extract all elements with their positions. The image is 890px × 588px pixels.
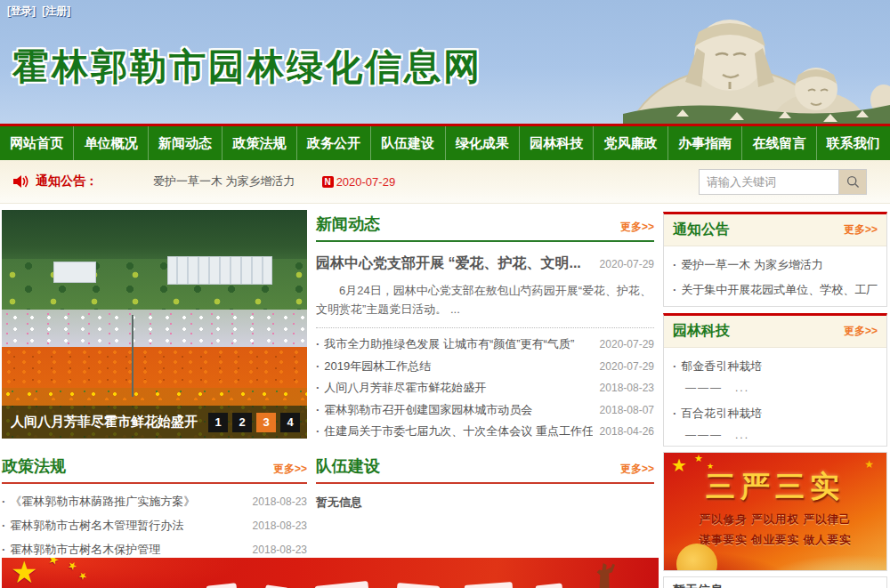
photo-slider[interactable]: 人间八月芳菲尽霍市鲜花始盛开 1 2 3 4 xyxy=(2,210,307,439)
team-empty-text: 暂无信息 xyxy=(316,495,654,511)
genghis-khan-statue-image xyxy=(623,0,890,124)
speaker-icon xyxy=(12,174,28,189)
tech-list-item[interactable]: 百合花引种栽培 xyxy=(673,401,878,426)
slider-pager: 1 2 3 4 xyxy=(208,413,300,432)
news-item-date: 2020-07-29 xyxy=(600,360,654,373)
statue-silhouette xyxy=(593,563,616,588)
notice-box-more-link[interactable]: 更多>> xyxy=(844,222,878,238)
notice-list-item[interactable]: 关于集中开展花园式单位、学校、工厂... xyxy=(673,278,878,302)
notice-list-item[interactable]: 爱护一草一木 为家乡增活力 xyxy=(673,253,878,278)
featured-news-summary[interactable]: 6月24日，园林中心党支部在敖包山芍药园开展“爱花、护花、文明赏花”主题党日活动… xyxy=(316,281,654,319)
bottom-info-box: 暂无信息 xyxy=(663,576,887,588)
calligraphy-stroke xyxy=(397,583,441,588)
news-item-date: 2020-07-29 xyxy=(600,338,654,350)
garden-tech-header: 园林科技 更多>> xyxy=(664,316,886,348)
news-list-item[interactable]: 2019年园林工作总结 2020-07-29 xyxy=(316,355,654,377)
star-icon: ★ xyxy=(11,558,37,588)
three-stricts-banner[interactable]: ★ ★ ★ ★ 三严三实 严以修身 严以用权 严以律己 谋事要实 创业要实 做人… xyxy=(663,452,887,571)
news-list-item[interactable]: 人间八月芳菲尽霍市鲜花始盛开 2018-08-23 xyxy=(316,377,654,399)
policy-list-item[interactable]: 《霍林郭勒市林荫路推广实施方案》 2018-08-23 xyxy=(2,489,307,513)
slider-caption[interactable]: 人间八月芳菲尽霍市鲜花始盛开 xyxy=(11,414,208,431)
calligraphy-stroke xyxy=(264,584,288,588)
nav-item-party-conduct[interactable]: 党风廉政 xyxy=(594,126,668,160)
news-item-date: 2018-08-07 xyxy=(600,404,654,416)
nav-item-home[interactable]: 网站首页 xyxy=(0,126,74,160)
slider-photo-white-flowers xyxy=(2,310,307,349)
policy-item-title: 霍林郭勒市古树名木保护管理 xyxy=(2,542,246,558)
nav-item-team[interactable]: 队伍建设 xyxy=(371,126,445,160)
policy-item-date: 2018-08-23 xyxy=(253,544,307,556)
notice-box-header: 通知公告 更多>> xyxy=(664,214,886,246)
pager-page-4[interactable]: 4 xyxy=(280,413,300,432)
team-more-link[interactable]: 更多>> xyxy=(620,462,654,477)
news-list-item[interactable]: 我市全力助推绿色发展 让城市有“颜值”更有“气质” 2020-07-29 xyxy=(316,334,654,356)
news-item-title: 霍林郭勒市召开创建国家园林城市动员会 xyxy=(316,402,593,418)
notice-label: 通知公告： xyxy=(36,173,98,189)
policy-section-header: 政策法规 更多>> xyxy=(2,455,307,484)
nav-item-gov-affairs[interactable]: 政务公开 xyxy=(297,126,371,160)
garden-tech-more-link[interactable]: 更多>> xyxy=(844,324,878,339)
nav-item-guide[interactable]: 办事指南 xyxy=(668,126,742,160)
garden-tech-list: 郁金香引种栽培 ——— ... 百合花引种栽培 ——— ... xyxy=(664,348,886,453)
banner-line-1: 严以修身 严以用权 严以律己 xyxy=(664,512,886,528)
news-item-title: 人间八月芳菲尽霍市鲜花始盛开 xyxy=(316,380,593,396)
search-input[interactable] xyxy=(699,169,839,195)
nav-item-about[interactable]: 单位概况 xyxy=(74,126,148,160)
slider-photo-hills xyxy=(2,210,307,263)
bottom-empty-text: 暂无信息 xyxy=(673,583,723,588)
garden-tech-title: 园林科技 xyxy=(673,322,730,341)
star-icon: ★ xyxy=(864,458,874,471)
notice-item-title: 爱护一草一木 为家乡增活力 xyxy=(673,257,878,273)
policy-item-title: 霍林郭勒市古树名木管理暂行办法 xyxy=(2,518,246,534)
tech-item-subline[interactable]: ——— ... xyxy=(685,381,878,396)
notice-date: 2020-07-29 xyxy=(336,175,396,189)
notice-bar: 通知公告： 爱护一草一木 为家乡增活力 N 2020-07-29 xyxy=(0,160,890,204)
news-section-title: 新闻动态 xyxy=(316,213,380,235)
nav-item-policy[interactable]: 政策法规 xyxy=(222,126,296,160)
featured-news-date: 2020-07-29 xyxy=(600,258,654,270)
nav-item-news[interactable]: 新闻动态 xyxy=(149,126,222,160)
tech-list-item[interactable]: 郁金香引种栽培 xyxy=(673,354,878,379)
calligraphy-stroke xyxy=(314,581,368,588)
team-section-header: 队伍建设 更多>> xyxy=(316,455,654,484)
topbar: [登录] [注册] xyxy=(7,4,74,19)
nav-item-tech[interactable]: 园林科技 xyxy=(520,126,594,160)
news-item-title: 2019年园林工作总结 xyxy=(316,358,593,375)
register-link[interactable]: [注册] xyxy=(42,4,70,17)
policy-more-link[interactable]: 更多>> xyxy=(273,462,307,477)
site-header: [登录] [注册] 霍林郭勒市园林绿化信息网 xyxy=(0,0,890,124)
notice-box-list: 爱护一草一木 为家乡增活力 关于集中开展花园式单位、学校、工厂... xyxy=(664,246,886,307)
notice-headline-link[interactable]: 爱护一草一木 为家乡增活力 xyxy=(153,173,295,189)
nav-item-contact[interactable]: 联系我们 xyxy=(817,126,890,160)
team-section-title: 队伍建设 xyxy=(316,455,380,477)
news-list-item[interactable]: 住建局关于市委七届九次、十次全体会议 重点工作任... 2018-04-26 xyxy=(316,421,654,443)
login-link[interactable]: [登录] xyxy=(7,4,36,17)
news-more-link[interactable]: 更多>> xyxy=(620,220,654,235)
nav-item-achievements[interactable]: 绿化成果 xyxy=(446,126,520,160)
policy-list-item[interactable]: 霍林郭勒市古树名木管理暂行办法 2018-08-23 xyxy=(2,513,307,537)
pager-page-1[interactable]: 1 xyxy=(208,413,228,432)
notice-box-title: 通知公告 xyxy=(673,221,730,239)
bottom-flag-banner[interactable]: ★ ★ ★ ★ xyxy=(2,558,659,588)
slider-photo-sprinkler-pole xyxy=(132,315,134,397)
slider-caption-bar: 人间八月芳菲尽霍市鲜花始盛开 1 2 3 4 xyxy=(2,406,307,439)
team-section: 队伍建设 更多>> 暂无信息 xyxy=(316,455,654,511)
star-icon: ★ xyxy=(76,568,90,583)
new-badge-icon: N xyxy=(322,176,334,188)
pager-page-3-active[interactable]: 3 xyxy=(256,413,276,432)
slider-photo-building xyxy=(167,256,272,285)
search-button[interactable] xyxy=(839,169,867,195)
news-item-title: 住建局关于市委七届九次、十次全体会议 重点工作任... xyxy=(316,423,593,439)
star-icon: ★ xyxy=(671,455,687,476)
featured-news[interactable]: 园林中心党支部开展 “爱花、护花、文明... 2020-07-29 xyxy=(316,254,654,273)
dotted-divider xyxy=(316,327,654,328)
tech-item-title: 郁金香引种栽培 xyxy=(673,358,878,375)
news-list-item[interactable]: 霍林郭勒市召开创建国家园林城市动员会 2018-08-07 xyxy=(316,399,654,421)
tech-item-subline[interactable]: ——— ... xyxy=(685,428,878,443)
pager-page-2[interactable]: 2 xyxy=(232,413,252,432)
nav-item-message-board[interactable]: 在线留言 xyxy=(742,126,816,160)
star-icon: ★ xyxy=(46,558,61,568)
news-item-date: 2018-08-23 xyxy=(600,382,654,394)
garden-tech-box: 园林科技 更多>> 郁金香引种栽培 ——— ... 百合花引种栽培 ——— ..… xyxy=(663,313,887,447)
calligraphy-stroke xyxy=(465,582,514,588)
